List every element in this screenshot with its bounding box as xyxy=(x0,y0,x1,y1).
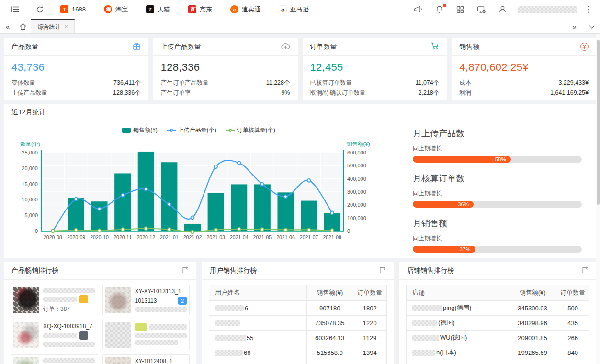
collapse-menu-icon[interactable] xyxy=(7,3,23,16)
platform-label: 淘宝 xyxy=(115,5,128,14)
panel-title: 产品畅销排行榜 xyxy=(11,266,58,275)
product-item[interactable]: 订单：387 xyxy=(11,285,98,315)
growth-block-uploads: 月上传产品数 同上期增长 -58% xyxy=(413,128,582,163)
column-header: 订单数量 xyxy=(353,285,387,301)
product-item[interactable] xyxy=(102,320,190,350)
stat-card-title: 订单数量 xyxy=(310,43,337,51)
orders-value: 266 xyxy=(556,331,589,345)
product-image xyxy=(13,322,39,348)
platform-tab-taobao[interactable]: 淘 淘宝 xyxy=(104,5,128,14)
column-header: 销售额(¥) xyxy=(509,285,556,301)
stat-value: 128,336 xyxy=(161,61,290,74)
user-name-suffix: 6 xyxy=(245,305,248,312)
stat-row-label: 取消/待确认订单数量 xyxy=(310,88,366,98)
redacted-name xyxy=(412,320,437,326)
stat-value: 4,870,602.25¥ xyxy=(459,61,589,74)
chart-legend: 销售额(¥) 上传产品量(个) 订单核算量(个) xyxy=(6,125,392,135)
sales-value: 907180 xyxy=(307,301,353,316)
platform-tab-aliexpress[interactable]: a 速卖通 xyxy=(230,5,260,14)
scrollbar-thumb[interactable] xyxy=(597,40,600,205)
product-item[interactable]: XY-XY-1013113_1 10131132 xyxy=(102,285,190,315)
svg-text:2020-09: 2020-09 xyxy=(67,234,86,240)
growth-progress-fill: -36% xyxy=(413,201,474,208)
shop-name-suffix: (德国) xyxy=(438,319,455,327)
product-item[interactable] xyxy=(11,354,98,364)
tabs-scroll-right-button[interactable]: » xyxy=(566,19,583,33)
growth-subtitle: 同上期增长 xyxy=(413,234,582,243)
platform-tab-amazon[interactable]: a 亚马逊 xyxy=(279,5,309,14)
product-image xyxy=(13,357,39,364)
svg-text:2021-06: 2021-06 xyxy=(276,234,295,240)
stat-card-title: 上传产品数量 xyxy=(161,43,201,51)
svg-text:2020-08: 2020-08 xyxy=(44,234,62,240)
platform-tab-tmall[interactable]: T 天猫 xyxy=(146,5,170,14)
product-item[interactable]: XQ-XQ-1003918_7 xyxy=(11,320,98,350)
platform-tab-1688[interactable]: 1 1688 xyxy=(60,5,86,13)
svg-text:500,000: 500,000 xyxy=(347,163,366,168)
tabs-dropdown-button[interactable] xyxy=(583,19,600,33)
apps-grid-icon[interactable] xyxy=(452,3,468,16)
legend-item-sales[interactable]: 销售额(¥) xyxy=(122,126,158,134)
platform-label: 速卖通 xyxy=(242,5,260,14)
shop-sales-table: 店铺 销售额(¥) 订单数量 ping(德国) 345300.03 500 xyxy=(406,285,589,364)
stat-row-value: 3,229,433¥ xyxy=(558,78,589,88)
stat-card-title: 产品数量 xyxy=(11,43,38,51)
svg-text:5,000: 5,000 xyxy=(24,212,38,218)
device-monitor-icon[interactable] xyxy=(473,3,489,16)
orders-value: 435 xyxy=(556,316,589,331)
orders-value: 1129 xyxy=(353,331,387,345)
chart-area: 销售额(¥) 上传产品量(个) 订单核算量(个) 05,00010,00015,… xyxy=(4,121,392,263)
product-image xyxy=(105,287,131,313)
username-redacted xyxy=(518,6,577,13)
stat-card-uploaded-products: 上传产品数量 128,336 产生订单产品数量11,228个 产生订单率9% xyxy=(153,38,298,100)
redacted-name xyxy=(412,350,435,356)
product-item[interactable]: XY-1012408_1 xyxy=(102,354,190,364)
column-header: 销售额(¥) xyxy=(307,285,353,301)
tabs-scroll-left-button[interactable]: « xyxy=(0,19,15,33)
legend-item-uploads[interactable]: 上传产品量(个) xyxy=(167,126,216,134)
tab-close-icon[interactable]: × xyxy=(64,23,68,30)
notification-red-dot xyxy=(443,4,446,7)
svg-text:2020-11: 2020-11 xyxy=(113,234,132,240)
svg-text:100,000: 100,000 xyxy=(347,215,366,221)
growth-progress-track: -37% xyxy=(413,246,582,253)
stat-row-value: 11,228个 xyxy=(266,78,290,88)
top-toolbar: 1 1688 淘 淘宝 T 天猫 京 京东 a 速卖通 a 亚马逊 xyxy=(0,0,600,19)
svg-text:300,000: 300,000 xyxy=(347,189,366,195)
growth-panel: 月上传产品数 同上期增长 -58% 月核算订单数 同上期增长 -36% xyxy=(392,121,596,263)
cart-icon xyxy=(430,42,439,51)
announcement-icon[interactable] xyxy=(410,3,426,16)
platform-tab-jd[interactable]: 京 京东 xyxy=(188,5,212,14)
sales-value: 340298.96 xyxy=(509,316,556,331)
tab-summary-stats[interactable]: 综合统计 × xyxy=(31,19,75,33)
svg-text:销售额(¥): 销售额(¥) xyxy=(346,141,370,147)
notification-bell-icon[interactable] xyxy=(431,3,447,16)
legend-item-orders[interactable]: 订单核算量(个) xyxy=(226,126,275,134)
svg-text:2021-07: 2021-07 xyxy=(300,234,318,240)
stat-row-value: 2,218个 xyxy=(418,88,439,98)
home-tab-icon[interactable] xyxy=(15,19,31,33)
stat-card-products: 产品数量 43,736 变体数量736,411个 上传产品数量128,336个 xyxy=(4,38,148,100)
platform-label: 1688 xyxy=(72,6,86,13)
sales-value: 199265.69 xyxy=(509,345,556,360)
platform-tabs: 1 1688 淘 淘宝 T 天猫 京 京东 a 速卖通 a 亚马逊 xyxy=(60,5,309,14)
sales-value: 735078.35 xyxy=(307,316,353,331)
svg-text:600,000: 600,000 xyxy=(347,150,366,155)
svg-text:数量(个): 数量(个) xyxy=(20,141,40,147)
svg-text:2021-08: 2021-08 xyxy=(323,234,341,240)
legend-label: 销售额(¥) xyxy=(133,126,158,134)
table-row xyxy=(407,360,589,364)
stat-value: 12,455 xyxy=(310,61,440,74)
stat-row-label: 成本 xyxy=(459,78,471,88)
user-profile-icon[interactable] xyxy=(494,3,510,16)
orders-value: 1394 xyxy=(353,345,387,360)
monthly-stats-card: 近12月统计 销售额(¥) 上传产品量(个) 订单核算量(个) xyxy=(4,104,596,258)
app-screen: 1 1688 淘 淘宝 T 天猫 京 京东 a 速卖通 a 亚马逊 xyxy=(0,0,600,364)
product-grid: 订单：387 XY-XY-1013113_1 10131132 xyxy=(11,285,190,364)
svg-text:2021-01: 2021-01 xyxy=(160,234,179,240)
platform-label: 京东 xyxy=(200,5,212,14)
1688-icon: 1 xyxy=(60,5,68,13)
refresh-icon[interactable] xyxy=(32,3,48,16)
flag-icon xyxy=(581,266,589,275)
more-menu-icon[interactable] xyxy=(584,4,593,15)
